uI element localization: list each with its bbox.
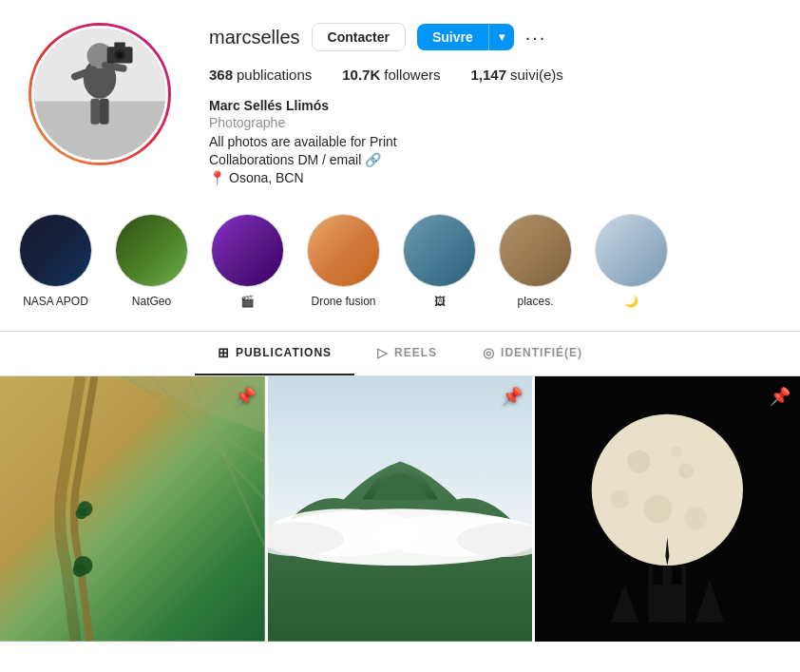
occupation: Photographe [209,115,771,130]
tabs-section: ⊞ PUBLICATIONS ▷ REELS ◎ IDENTIFIÉ(E) [0,332,800,376]
mountain-image [268,376,533,642]
svg-point-30 [685,507,708,529]
highlight-label-hl7: 🌙 [624,295,638,308]
publications-tab-icon: ⊞ [218,345,230,360]
publications-label: publications [237,67,312,83]
stats-row: 368 publications 10.7K followers 1,147 s… [209,67,771,83]
highlight-hl5[interactable]: 🖼 [403,214,476,308]
highlight-hl7[interactable]: 🌙 [595,214,668,308]
avatar [31,26,168,163]
svg-point-17 [73,564,86,577]
moon-image [535,376,800,642]
tab-tagged[interactable]: ◎ IDENTIFIÉ(E) [460,332,605,375]
profile-top-row: marcselles Contacter Suivre ▾ ··· [209,23,771,51]
pin-icon-3: 📌 [770,386,790,407]
username: marcselles [209,27,300,48]
profile-info: marcselles Contacter Suivre ▾ ··· 368 pu… [209,23,771,185]
contact-button[interactable]: Contacter [312,23,406,51]
bio-line-2: Collaborations DM / email 🔗 [209,152,381,167]
tagged-tab-label: IDENTIFIÉ(E) [501,346,582,359]
tab-reels[interactable]: ▷ REELS [354,332,460,375]
following-stat: 1,147 suivi(e)s [470,67,562,83]
highlight-label-hl2: NatGeo [132,295,171,308]
svg-rect-32 [663,566,673,623]
field-image [0,376,265,642]
svg-rect-12 [100,99,109,125]
full-name: Marc Sellés Llimós [209,98,771,113]
reels-tab-icon: ▷ [377,345,389,360]
highlight-label-hl4: Drone fusion [311,295,375,308]
collab-text: Collaborations DM / email [209,152,361,167]
profile-section: marcselles Contacter Suivre ▾ ··· 368 pu… [0,0,800,204]
photo-grid: 📌 [0,376,800,642]
bio-line-1: All photos are available for Print [209,134,771,149]
svg-rect-34 [707,602,714,623]
svg-rect-11 [90,99,100,125]
followers-count: 10.7K [342,67,380,83]
pin-icon-1: 📌 [235,386,256,407]
photo-2[interactable]: 📌 [268,376,533,642]
location-pin-icon: 📍 [209,170,225,185]
highlight-circle-hl2 [115,214,188,287]
svg-point-29 [611,490,630,509]
highlights-section: NASA APODNatGeo🎬Drone fusion🖼places.🌙 [0,204,800,332]
follow-dropdown-button[interactable]: ▾ [488,24,514,50]
svg-point-15 [76,508,87,519]
svg-point-28 [644,494,673,523]
publications-count: 368 [209,67,233,83]
highlight-label-hl5: 🖼 [434,295,446,308]
follow-button[interactable]: Suivre [417,24,488,50]
highlight-hl1[interactable]: NASA APOD [19,214,92,308]
followers-label: followers [384,67,440,83]
photo-1[interactable]: 📌 [0,376,265,642]
highlight-circle-hl7 [595,214,668,287]
highlight-circle-hl6 [499,214,572,287]
svg-rect-8 [114,42,125,49]
location-text: Osona, BCN [229,170,304,185]
highlight-circle-hl4 [307,214,380,287]
reels-tab-label: REELS [394,346,437,359]
svg-point-26 [628,451,651,473]
svg-point-10 [117,52,123,58]
highlight-hl6[interactable]: places. [499,214,572,308]
follow-group: Suivre ▾ [417,24,514,50]
highlight-hl4[interactable]: Drone fusion [307,214,380,308]
highlights-scroll: NASA APODNatGeo🎬Drone fusion🖼places.🌙 [19,214,781,312]
link-icon: 🔗 [365,152,381,167]
highlight-circle-hl5 [403,214,476,287]
avatar-ring[interactable] [29,23,171,165]
highlight-hl3[interactable]: 🎬 [211,214,284,308]
svg-point-27 [679,464,695,479]
photo-3[interactable]: 📌 [535,376,800,642]
highlight-hl2[interactable]: NatGeo [115,214,188,308]
svg-point-31 [672,447,683,458]
following-label: suivi(e)s [510,67,563,83]
location-line: 📍 Osona, BCN [209,170,771,185]
pin-icon-2: 📌 [502,386,523,407]
highlight-circle-hl3 [211,214,284,287]
tab-publications[interactable]: ⊞ PUBLICATIONS [195,332,354,375]
highlight-label-hl3: 🎬 [240,295,255,308]
followers-stat: 10.7K followers [342,67,440,83]
highlight-label-hl1: NASA APOD [23,295,88,308]
more-options-button[interactable]: ··· [525,27,547,48]
highlight-label-hl6: places. [517,295,553,308]
publications-tab-label: PUBLICATIONS [236,346,332,359]
tagged-tab-icon: ◎ [483,345,495,360]
highlight-circle-hl1 [19,214,92,287]
following-count: 1,147 [470,67,506,83]
svg-rect-33 [620,604,628,623]
publications-stat: 368 publications [209,67,312,83]
